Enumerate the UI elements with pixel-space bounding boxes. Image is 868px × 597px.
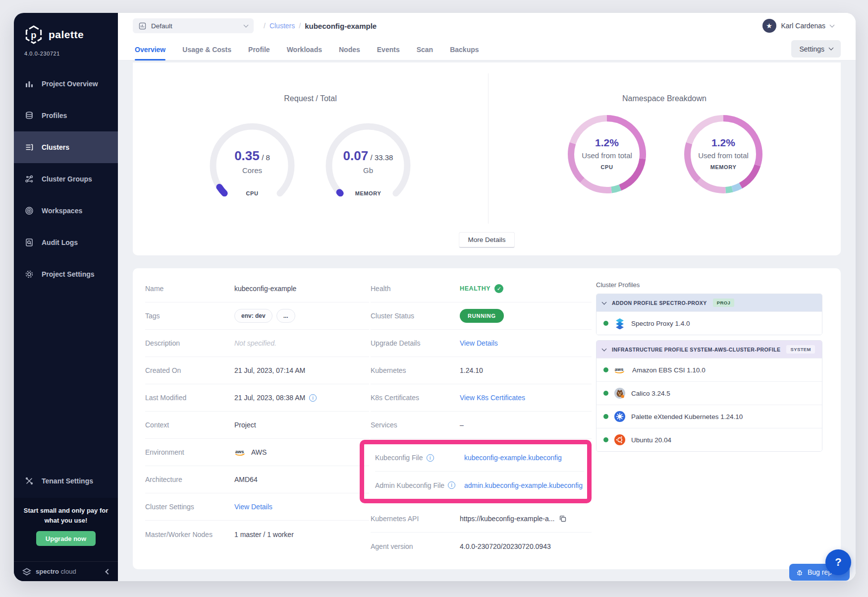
tab-usage-costs[interactable]: Usage & Costs (182, 39, 231, 60)
profile-layer-row[interactable]: Palette eXtended Kubernetes 1.24.10 (597, 405, 822, 428)
help-button[interactable]: ? (825, 549, 851, 575)
app-window: p palette 4.0.0-230721 Project OverviewP… (14, 13, 856, 581)
info-icon[interactable]: i (448, 481, 455, 489)
collapse-sidebar-icon[interactable] (105, 569, 110, 574)
profile-layer-name: Spectro Proxy 1.4.0 (631, 320, 690, 327)
tab-events[interactable]: Events (377, 39, 400, 60)
detail-value: 1 master / 1 worker (234, 531, 369, 538)
sidebar: p palette 4.0.0-230721 Project OverviewP… (14, 13, 118, 581)
tag-pill[interactable]: env: dev (234, 309, 272, 323)
detail-label: Description (145, 339, 234, 347)
user-menu[interactable]: ★ Karl Cardenas (762, 13, 834, 39)
tab-scan[interactable]: Scan (417, 39, 433, 60)
breadcrumb-separator: / (264, 22, 266, 30)
profiles-icon (25, 111, 34, 120)
chevron-down-icon (829, 46, 834, 51)
value-text: AMD64 (234, 476, 258, 483)
tab-nodes[interactable]: Nodes (339, 39, 360, 60)
content: Request / Total Namespace Breakdown 0.35… (118, 60, 856, 581)
upgrade-now-button[interactable]: Upgrade now (36, 531, 96, 546)
namespace-memory-donut: 1.2% Used from total MEMORY (681, 112, 765, 196)
breadcrumb-link-clusters[interactable]: Clusters (270, 22, 295, 30)
memory-gauge-label: MEMORY (324, 190, 413, 196)
detail-label-text: Services (371, 421, 397, 429)
sidebar-nav: Project OverviewProfilesClustersCluster … (14, 68, 118, 290)
namespace-cpu-label: CPU (565, 164, 649, 170)
table-row: Cluster StatusRUNNING (371, 302, 592, 330)
settings-button[interactable]: Settings (791, 40, 841, 58)
svg-text:aws: aws (235, 449, 244, 454)
link-view-k8s-certificates[interactable]: View K8s Certificates (460, 394, 525, 402)
value-text: 1 master / 1 worker (234, 531, 294, 538)
link-admin-kubeconfig-example-kubeconfig[interactable]: admin.kubeconfig-example.kubeconfig (464, 481, 583, 489)
tab-overview[interactable]: Overview (135, 39, 165, 60)
value-text: AWS (251, 448, 267, 456)
sidebar-item-audit-logs[interactable]: Audit Logs (14, 227, 118, 258)
profile-layer-row[interactable]: awsAmazon EBS CSI 1.10.0 (597, 358, 822, 381)
info-icon[interactable]: i (427, 454, 434, 462)
sidebar-item-clusters[interactable]: Clusters (14, 131, 118, 163)
table-row: Kubernetes1.24.10 (371, 357, 592, 384)
namespace-cpu-caption: Used from total (565, 151, 649, 160)
detail-value: https://kubeconfig-example-a... (460, 514, 592, 523)
detail-label: Name (145, 285, 234, 293)
sidebar-item-label: Project Overview (42, 80, 98, 88)
chevron-down-icon (244, 22, 249, 27)
profile-layer-row[interactable]: Calico 3.24.5 (597, 381, 822, 405)
table-row: Kubeconfig Fileikubeconfig-example.kubec… (375, 444, 584, 472)
sidebar-item-profiles[interactable]: Profiles (14, 100, 118, 131)
clusters-icon (25, 143, 34, 152)
status-dot (603, 367, 608, 372)
detail-value: View Details (234, 503, 369, 511)
sidebar-item-tenant-settings[interactable]: Tenant Settings (14, 465, 118, 497)
info-icon[interactable]: i (309, 394, 317, 402)
detail-label-text: Tags (145, 312, 160, 320)
table-row: Kubernetes APIhttps://kubeconfig-example… (371, 505, 592, 533)
project-selector[interactable]: Default (133, 18, 254, 33)
detail-label-text: Last Modified (145, 394, 186, 402)
namespace-cpu-donut: 1.2% Used from total CPU (565, 112, 649, 196)
sidebar-item-project-settings[interactable]: Project Settings (14, 258, 118, 290)
sidebar-item-workspaces[interactable]: Workspaces (14, 195, 118, 227)
tab-backups[interactable]: Backups (450, 39, 479, 60)
more-details-button[interactable]: More Details (459, 232, 515, 248)
sidebar-item-label: Audit Logs (42, 239, 78, 246)
detail-label-text: Cluster Status (371, 312, 414, 320)
user-name: Karl Cardenas (781, 22, 826, 30)
detail-value: Not specified. (234, 339, 369, 347)
profile-group-header[interactable]: ADDON PROFILE SPECTRO-PROXYPROJ (597, 294, 822, 311)
tag-pill[interactable]: ... (276, 309, 295, 323)
status-badge: RUNNING (460, 309, 504, 323)
tab-profile[interactable]: Profile (248, 39, 270, 60)
copy-icon[interactable] (558, 514, 567, 523)
link-view-details[interactable]: View Details (460, 339, 498, 347)
namespace-memory-percent: 1.2% (681, 137, 765, 149)
detail-label: Health (371, 285, 460, 293)
table-row: DescriptionNot specified. (145, 330, 369, 357)
cpu-request-value: 0.35 (234, 148, 260, 163)
detail-label-text: Description (145, 339, 180, 347)
breadcrumb-separator: / (299, 22, 301, 30)
link-kubeconfig-example-kubeconfig[interactable]: kubeconfig-example.kubeconfig (464, 454, 562, 462)
detail-label: Upgrade Details (371, 339, 460, 347)
sidebar-item-label: Project Settings (42, 270, 95, 278)
memory-gauge-text: 0.07 / 33.38 Gb (324, 148, 413, 175)
sidebar-item-project-overview[interactable]: Project Overview (14, 68, 118, 100)
table-row: Created On21 Jul, 2023, 07:14 AM (145, 357, 369, 384)
tab-workloads[interactable]: Workloads (287, 39, 322, 60)
profile-group-header[interactable]: INFRASTRUCTURE PROFILE SYSTEM-AWS-CLUSTE… (597, 341, 822, 358)
sidebar-item-cluster-groups[interactable]: Cluster Groups (14, 163, 118, 195)
profile-layer-row[interactable]: Ubuntu 20.04 (597, 428, 822, 451)
namespace-memory-text: 1.2% Used from total MEMORY (681, 137, 765, 170)
brand-logo: p palette (14, 13, 118, 45)
detail-label-text: Environment (145, 448, 184, 456)
detail-value: View K8s Certificates (460, 394, 592, 402)
status-dot (603, 321, 608, 326)
link-view-details[interactable]: View Details (234, 503, 272, 511)
tabs-row: OverviewUsage & CostsProfileWorkloadsNod… (118, 39, 856, 60)
value-text: 1.24.10 (460, 366, 483, 374)
status-dot (603, 414, 608, 419)
profile-layer-row[interactable]: Spectro Proxy 1.4.0 (597, 311, 822, 335)
footer-brand-light: cloud (61, 568, 76, 575)
detail-value: kubeconfig-example (234, 285, 369, 293)
